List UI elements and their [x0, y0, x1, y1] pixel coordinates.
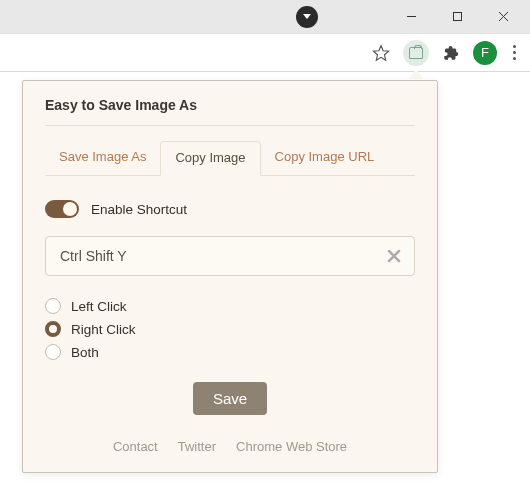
extensions-puzzle-icon[interactable] [439, 41, 463, 65]
browser-menu-icon[interactable] [507, 45, 522, 60]
radio-both[interactable] [45, 344, 61, 360]
svg-marker-0 [303, 14, 311, 19]
tab-copy-image[interactable]: Copy Image [160, 141, 260, 176]
enable-shortcut-toggle[interactable] [45, 200, 79, 218]
tabs: Save Image As Copy Image Copy Image URL [45, 140, 415, 176]
incognito-icon [296, 6, 318, 28]
radio-left-click[interactable] [45, 298, 61, 314]
browser-toolbar: F [0, 34, 530, 72]
profile-avatar[interactable]: F [473, 41, 497, 65]
radio-label: Right Click [71, 322, 136, 337]
extension-icon[interactable] [403, 40, 429, 66]
tab-save-image-as[interactable]: Save Image As [45, 141, 160, 176]
svg-marker-5 [373, 45, 388, 59]
save-button[interactable]: Save [193, 382, 267, 415]
enable-shortcut-label: Enable Shortcut [91, 202, 187, 217]
click-mode-radios: Left Click Right Click Both [45, 298, 415, 360]
popup-title: Easy to Save Image As [45, 97, 415, 126]
clear-shortcut-icon[interactable] [383, 245, 405, 267]
footer-link-contact[interactable]: Contact [113, 439, 158, 454]
window-minimize-button[interactable] [388, 2, 434, 32]
footer-link-store[interactable]: Chrome Web Store [236, 439, 347, 454]
footer-links: Contact Twitter Chrome Web Store [45, 439, 415, 454]
radio-label: Left Click [71, 299, 127, 314]
radio-right-click[interactable] [45, 321, 61, 337]
svg-rect-2 [453, 13, 461, 21]
extension-popup: Easy to Save Image As Save Image As Copy… [22, 80, 438, 473]
tab-copy-image-url[interactable]: Copy Image URL [261, 141, 389, 176]
footer-link-twitter[interactable]: Twitter [178, 439, 216, 454]
radio-label: Both [71, 345, 99, 360]
window-close-button[interactable] [480, 2, 526, 32]
window-maximize-button[interactable] [434, 2, 480, 32]
window-titlebar [0, 0, 530, 34]
shortcut-input[interactable] [45, 236, 415, 276]
bookmark-star-icon[interactable] [369, 41, 393, 65]
